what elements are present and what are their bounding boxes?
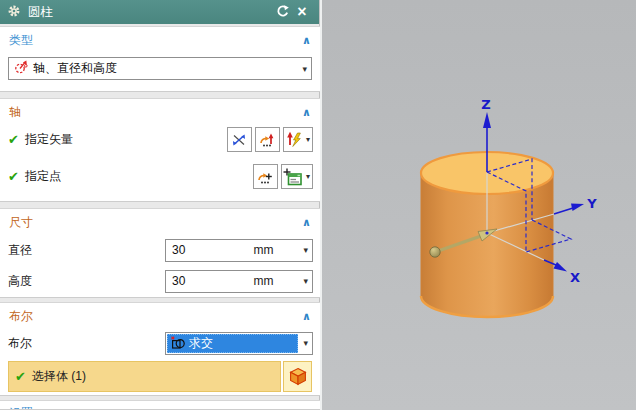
boolean-header: 布尔 [9,308,302,325]
diameter-input[interactable] [166,243,253,257]
diameter-field: mm ▾ [165,239,313,262]
section-dimensions: 尺寸 ∧ 直径 mm ▾ 高度 mm ▾ [0,208,320,298]
height-input[interactable] [166,274,253,288]
chevron-down-icon: ▾ [306,172,310,181]
section-boolean: 布尔 ∧ 布尔 求交 ▾ [0,302,320,396]
reverse-direction-icon [231,132,247,148]
inferred-vector-icon [284,130,303,149]
chevron-down-icon: ▾ [306,135,310,144]
close-icon[interactable]: × [292,1,312,23]
check-icon: ✔ [8,169,25,184]
select-body-bar[interactable]: ✔ 选择体 (1) [8,361,281,392]
section-axis: 轴 ∧ ✔ 指定矢量 [0,98,320,202]
chevron-down-icon: ▾ [303,338,308,348]
boolean-label: 布尔 [8,335,32,352]
reset-icon[interactable] [272,4,292,21]
body-filter-button[interactable] [283,361,312,392]
dimensions-header: 尺寸 [9,214,302,231]
diameter-row: 直径 mm ▾ [0,238,320,262]
chevron-down-icon[interactable]: ▾ [303,276,308,286]
point-constructor-icon [282,167,303,187]
type-header: 类型 [9,32,302,49]
collapse-boolean-icon[interactable]: ∧ [302,311,311,322]
y-axis-label[interactable]: Y [586,196,597,211]
diameter-unit: mm [253,243,273,257]
height-row: 高度 mm ▾ [0,269,320,293]
height-unit: mm [253,274,273,288]
point-dialog-icon [256,168,274,186]
solid-body-icon [288,366,308,387]
x-axis-label[interactable]: X [570,270,580,285]
point-constructor-button[interactable]: ▾ [281,164,313,189]
handle-origin-ball[interactable] [430,247,440,257]
diameter-label: 直径 [8,242,32,259]
height-label: 高度 [8,273,32,290]
reverse-vector-button[interactable] [227,127,252,152]
select-body-row: ✔ 选择体 (1) [8,361,312,392]
dialog-titlebar[interactable]: 圆柱 × [0,0,319,24]
section-settings: 设置 ∨ [0,400,320,410]
height-field: mm ▾ [165,270,313,293]
axis-diameter-height-icon [9,59,29,78]
inferred-vector-button[interactable]: ▾ [283,127,313,152]
app-window: 圆柱 × 类型 ∧ [0,0,636,410]
check-icon: ✔ [15,369,32,384]
specify-vector-label: 指定矢量 [25,131,73,148]
specify-point-label: 指定点 [25,168,61,185]
collapse-axis-icon[interactable]: ∧ [302,107,311,118]
chevron-down-icon[interactable]: ▾ [303,245,308,255]
vector-dialog-icon [258,131,276,149]
boolean-dropdown[interactable]: 求交 ▾ [165,332,313,355]
dialog-title: 圆柱 [28,4,272,21]
axis-header: 轴 [9,104,302,121]
select-body-label: 选择体 (1) [32,368,86,385]
collapse-type-icon[interactable]: ∧ [302,35,311,46]
specify-point-row: ✔ 指定点 [0,162,320,191]
section-type: 类型 ∧ 轴、直径和高度 ▾ [0,26,320,92]
intersect-icon [170,335,186,351]
specify-vector-row: ✔ 指定矢量 [0,125,320,154]
collapse-dimensions-icon[interactable]: ∧ [302,217,311,228]
graphics-viewport[interactable]: Z Y X [322,0,636,410]
boolean-selected-option: 求交 [167,334,298,353]
boolean-selected-text: 求交 [189,335,213,352]
vector-dialog-button[interactable] [255,127,280,152]
cylinder-dialog: 圆柱 × 类型 ∧ [0,0,320,410]
csys-origin[interactable] [485,231,488,234]
gear-icon [7,4,21,21]
type-dropdown[interactable]: 轴、直径和高度 ▾ [8,57,312,80]
z-axis-label[interactable]: Z [481,97,490,112]
boolean-row: 布尔 求交 ▾ [0,331,320,355]
settings-header: 设置 [9,405,302,410]
type-dropdown-value: 轴、直径和高度 [33,60,298,77]
chevron-down-icon: ▾ [302,64,307,74]
point-dialog-button[interactable] [253,164,278,189]
check-icon: ✔ [8,132,25,147]
